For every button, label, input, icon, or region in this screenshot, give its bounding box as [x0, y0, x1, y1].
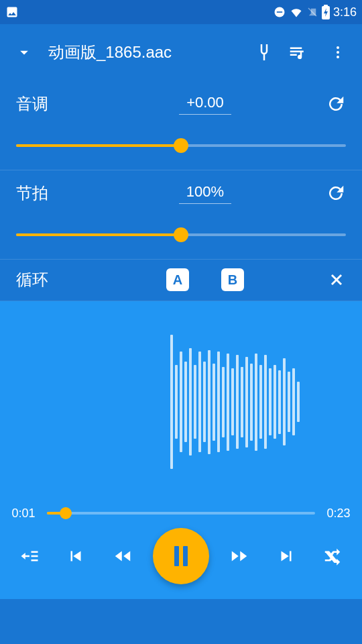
svg-rect-1	[277, 11, 282, 13]
battery-charging-icon	[321, 5, 330, 19]
wifi-icon	[289, 5, 304, 19]
queue-add-button[interactable]	[13, 540, 46, 572]
pitch-label: 音调	[16, 93, 97, 115]
pause-icon	[174, 546, 188, 566]
more-button[interactable]	[322, 36, 354, 68]
app-bar: 动画版_1865.aac	[0, 24, 362, 80]
track-title: 动画版_1865.aac	[48, 42, 182, 63]
svg-point-7	[337, 56, 339, 58]
pitch-value[interactable]: +0.00	[179, 93, 231, 115]
previous-button[interactable]	[60, 540, 92, 572]
tuning-fork-icon[interactable]	[255, 36, 274, 68]
status-bar: 3:16	[0, 0, 362, 24]
pause-button[interactable]	[153, 528, 209, 584]
tempo-value[interactable]: 100%	[179, 182, 231, 204]
svg-rect-4	[324, 5, 328, 7]
rewind-button[interactable]	[107, 540, 139, 572]
tempo-slider[interactable]	[16, 227, 346, 243]
dnd-icon	[273, 5, 286, 19]
tempo-label: 节拍	[16, 182, 97, 204]
loop-panel: 循环 A B	[0, 259, 362, 301]
loop-b-button[interactable]: B	[221, 268, 244, 291]
loop-close-button[interactable]	[314, 270, 346, 289]
collapse-button[interactable]	[8, 36, 40, 68]
loop-a-button[interactable]: A	[166, 268, 189, 291]
elapsed-time: 0:01	[9, 506, 38, 521]
shuffle-button[interactable]	[316, 540, 349, 572]
total-time: 0:23	[324, 506, 353, 521]
playlist-button[interactable]	[282, 36, 314, 68]
next-button[interactable]	[270, 540, 302, 572]
pitch-slider[interactable]	[16, 138, 346, 154]
status-clock: 3:16	[333, 5, 357, 19]
gallery-icon	[5, 5, 19, 19]
progress-row: 0:01 0:23	[0, 502, 362, 521]
transport-controls	[0, 521, 362, 599]
pitch-reset-button[interactable]	[314, 94, 346, 114]
tempo-reset-button[interactable]	[314, 183, 346, 203]
svg-point-5	[337, 46, 339, 49]
waveform[interactable]	[0, 301, 362, 502]
no-sim-icon	[306, 5, 318, 19]
loop-label: 循环	[16, 269, 97, 290]
svg-point-6	[337, 51, 339, 54]
forward-button[interactable]	[223, 540, 255, 572]
tempo-panel: 节拍 100%	[0, 170, 362, 259]
progress-slider[interactable]	[47, 505, 315, 521]
pitch-panel: 音调 +0.00	[0, 80, 362, 170]
